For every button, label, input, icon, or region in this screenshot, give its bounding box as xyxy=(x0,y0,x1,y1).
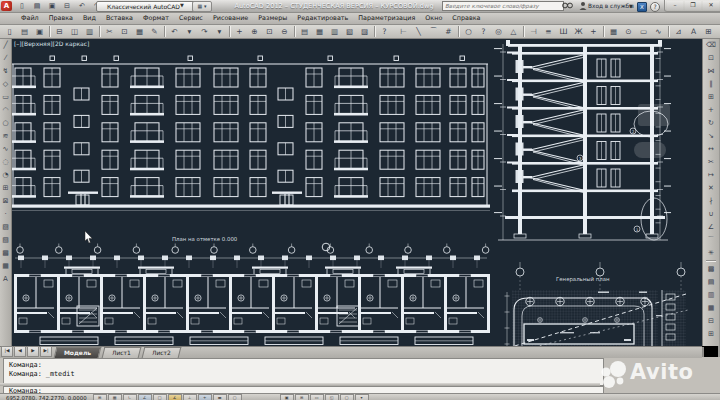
offset-icon[interactable]: ∥ xyxy=(703,77,719,90)
osnap-toggle[interactable]: □ xyxy=(153,394,167,400)
explode-icon[interactable]: ✳ xyxy=(703,246,719,259)
text-style-icon[interactable]: ⊣ xyxy=(526,24,541,38)
command-history[interactable]: Команда:Команда: _mtedit xyxy=(3,358,604,386)
save-icon[interactable]: ▣ xyxy=(45,0,59,12)
menu-item-5[interactable]: Сервис xyxy=(174,12,208,24)
paste-icon[interactable]: ▦ xyxy=(132,24,147,38)
tool-palettes-icon[interactable]: ▥ xyxy=(327,24,342,38)
undo-icon[interactable]: ↶ xyxy=(75,0,89,12)
undo-dropdown-icon[interactable]: ▾ xyxy=(182,24,197,38)
plot-icon[interactable]: ⊟ xyxy=(60,0,74,12)
tab-model-active[interactable]: Модель xyxy=(54,347,102,358)
hatch-edit-icon[interactable]: ▦ xyxy=(606,24,621,38)
dim-style-icon[interactable]: ≡ xyxy=(541,24,556,38)
draworder-back-icon[interactable]: ▤ xyxy=(703,275,719,288)
break-point-icon[interactable]: ✕ xyxy=(703,181,719,194)
workspace-dropdown-icon[interactable]: ▼ xyxy=(180,1,184,10)
erase-icon[interactable]: ⌫ xyxy=(703,38,719,51)
open-icon[interactable]: ▤ xyxy=(30,0,44,12)
dim-diameter-icon[interactable]: ◎ xyxy=(491,24,506,38)
model-button[interactable]: ▣ xyxy=(280,394,294,400)
tab-prev-button[interactable]: ◀ xyxy=(14,346,26,357)
chamfer-icon[interactable]: ∠ xyxy=(703,220,719,233)
rotate-icon[interactable]: ↻ xyxy=(703,116,719,129)
workspace-switch-button[interactable]: ▢ xyxy=(340,394,354,400)
ellipse-arc-icon[interactable]: ◔ xyxy=(0,168,12,181)
open-icon[interactable]: ▤ xyxy=(17,24,32,38)
scale-icon[interactable]: ↘ xyxy=(703,129,719,142)
center-mark-icon[interactable]: ⊙ xyxy=(621,24,636,38)
break-icon[interactable]: ∤ xyxy=(703,194,719,207)
tab-layout-2[interactable]: Лист2 xyxy=(142,347,182,358)
make-block-icon[interactable]: ⊠ xyxy=(0,194,12,207)
text-edit-icon[interactable]: A xyxy=(686,24,701,38)
menu-item-1[interactable]: Правка xyxy=(44,12,78,24)
copy-clip-icon[interactable]: ⊡ xyxy=(117,24,132,38)
help-icon[interactable]: ? xyxy=(650,2,660,12)
workspace-extra-button[interactable]: ▦ ▾ xyxy=(192,1,212,12)
construction-line-icon[interactable]: ⁄ xyxy=(0,51,12,64)
boundary-icon[interactable]: ▭ xyxy=(636,24,651,38)
measure-icon[interactable]: ⊿ xyxy=(671,24,686,38)
ortho-toggle[interactable]: ∟ xyxy=(123,394,137,400)
annotation-scale-button[interactable]: ◱ xyxy=(325,394,339,400)
polar-toggle[interactable]: ∠ xyxy=(138,394,152,400)
menu-item-7[interactable]: Размеры xyxy=(253,12,292,24)
otrack-toggle[interactable]: ∡ xyxy=(168,394,182,400)
move-icon[interactable]: + xyxy=(703,103,719,116)
tab-first-button[interactable]: |◀ xyxy=(1,346,13,357)
model-space-canvas[interactable]: 231 xyxy=(11,38,702,346)
stretch-icon[interactable]: ↔ xyxy=(703,142,719,155)
table-icon[interactable]: ⊞ xyxy=(701,24,716,38)
menu-item-8[interactable]: Редактировать xyxy=(292,12,353,24)
exchange-apps-icon[interactable]: X xyxy=(637,2,647,12)
minimize-button[interactable]: – xyxy=(666,0,684,11)
zoom-previous-icon[interactable]: ⊖ xyxy=(277,24,292,38)
polyline-icon[interactable]: ↯ xyxy=(0,64,12,77)
tab-last-button[interactable]: ▶| xyxy=(40,346,52,357)
pan-icon[interactable]: + xyxy=(232,24,247,38)
search-input[interactable] xyxy=(442,1,564,11)
mleader-style-icon[interactable]: Ж xyxy=(571,24,586,38)
menu-item-11[interactable]: Справка xyxy=(447,12,485,24)
lwt-toggle[interactable]: ▬ xyxy=(213,394,227,400)
rectangle-icon[interactable]: ▭ xyxy=(0,90,12,103)
dim-radius-icon[interactable]: ○ xyxy=(461,24,476,38)
array-icon[interactable]: ⊞ xyxy=(703,90,719,103)
join-icon[interactable]: ∪ xyxy=(703,207,719,220)
plot-icon[interactable]: ⊟ xyxy=(52,24,67,38)
spline-icon[interactable]: ∿ xyxy=(0,142,12,155)
qp-toggle[interactable]: ▢ xyxy=(228,394,242,400)
workspace-switcher[interactable]: Классический AutoCAD xyxy=(96,1,200,12)
new-icon[interactable]: ▯ xyxy=(15,0,29,12)
point-icon[interactable]: · xyxy=(0,207,12,220)
table-icon[interactable]: ▦ xyxy=(0,259,12,272)
new-icon[interactable]: ▯ xyxy=(2,24,17,38)
polygon-icon[interactable]: ◇ xyxy=(0,77,12,90)
markup-icon[interactable]: ▨ xyxy=(357,24,372,38)
menu-item-6[interactable]: Рисование xyxy=(208,12,253,24)
grid-toggle[interactable]: ▦ xyxy=(108,394,122,400)
revision-cloud-icon[interactable]: ≋ xyxy=(0,129,12,142)
draworder-front-icon[interactable]: ▩ xyxy=(703,262,719,275)
multiline-text-icon[interactable]: A xyxy=(0,272,12,285)
point-style-icon[interactable]: + xyxy=(586,24,601,38)
copy-icon[interactable]: ⊡ xyxy=(703,51,719,64)
tab-next-button[interactable]: ▶ xyxy=(27,346,39,357)
ducs-toggle[interactable]: ⊥ xyxy=(183,394,197,400)
spline-edit-icon[interactable]: ∿ xyxy=(651,24,666,38)
arc-icon[interactable]: ◠ xyxy=(0,103,12,116)
properties-icon[interactable]: ▤ xyxy=(297,24,312,38)
dim-angular-icon[interactable]: △ xyxy=(506,24,521,38)
dim-ordinate-icon[interactable]: # xyxy=(441,24,456,38)
redo-dropdown-icon[interactable]: ▾ xyxy=(212,24,227,38)
zoom-window-icon[interactable]: ⊡ xyxy=(262,24,277,38)
sheet-set-icon[interactable]: ▧ xyxy=(342,24,357,38)
close-button[interactable]: ✕ xyxy=(702,0,720,11)
hatch-icon[interactable]: ▨ xyxy=(0,220,12,233)
restore-button[interactable]: ❐ xyxy=(684,0,702,11)
gradient-icon[interactable]: ▧ xyxy=(0,233,12,246)
dim-linear-icon[interactable]: ⊢ xyxy=(396,24,411,38)
table-style-icon[interactable]: Ш xyxy=(556,24,571,38)
mirror-icon[interactable]: ⋈ xyxy=(703,64,719,77)
